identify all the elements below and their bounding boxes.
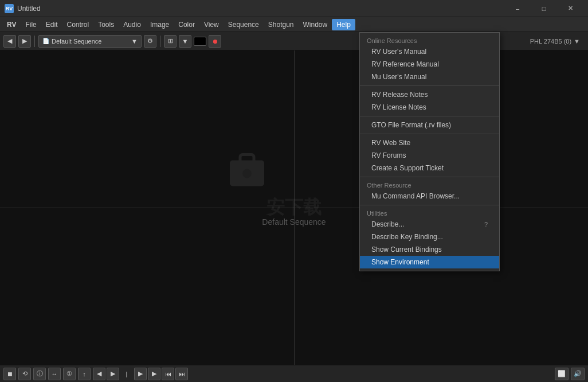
skip-forward-button[interactable]: ⏭ <box>175 368 188 380</box>
section-online-resources: Online Resources <box>360 35 499 45</box>
menu-window[interactable]: Window <box>299 19 332 30</box>
describe-shortcut: ? <box>484 221 488 228</box>
menu-shotgun[interactable]: Shotgun <box>264 19 299 30</box>
menu-image[interactable]: Image <box>146 19 174 30</box>
divider-4 <box>360 177 499 177</box>
step-back-button[interactable]: ◀ <box>93 368 105 380</box>
step-forward-button[interactable]: ▶ <box>148 368 160 380</box>
menu-mu-command-api-browser[interactable]: Mu Command API Browser... <box>360 190 499 202</box>
menu-control[interactable]: Control <box>62 19 93 30</box>
app-icon: RV <box>5 4 14 13</box>
main-area: Default Sequence 安下载 <box>0 50 588 365</box>
menu-create-support-ticket[interactable]: Create a Support Ticket <box>360 162 499 174</box>
forward-button[interactable]: ▶ <box>18 35 31 48</box>
menu-gto-file-format[interactable]: GTO File Format (.rv files) <box>360 119 499 131</box>
menu-describe[interactable]: Describe... ? <box>360 218 499 231</box>
close-button[interactable]: ✕ <box>557 0 583 17</box>
menu-rv-reference-manual[interactable]: RV Reference Manual <box>360 58 499 71</box>
svg-point-2 <box>242 169 252 178</box>
divider-3 <box>360 134 499 134</box>
viewport: Default Sequence 安下载 <box>0 50 588 365</box>
title-bar: RV Untitled – □ ✕ <box>0 0 588 17</box>
record-button[interactable]: ⏺ <box>209 35 221 48</box>
menu-mu-users-manual[interactable]: Mu User's Manual <box>360 71 499 83</box>
menu-rv-users-manual[interactable]: RV User's Manual <box>360 45 499 58</box>
app-icon-label: RV <box>6 6 13 11</box>
menu-sequence[interactable]: Sequence <box>224 19 264 30</box>
settings-button[interactable]: ⚙ <box>144 35 156 48</box>
view-mode-button[interactable]: ⊞ <box>164 35 177 48</box>
section-other-resource: Other Resource <box>360 180 499 190</box>
sequence-dropdown[interactable]: 📄 Default Sequence ▼ <box>38 35 142 48</box>
toolbar-sep-2 <box>160 36 160 47</box>
play-back-button[interactable]: ▶ <box>107 368 119 380</box>
menu-show-environment[interactable]: Show Environment <box>360 256 499 268</box>
menu-view[interactable]: View <box>199 19 224 30</box>
view-mode-btn2[interactable]: ▼ <box>179 35 191 48</box>
menu-file[interactable]: File <box>21 19 41 30</box>
section-utilities: Utilities <box>360 208 499 218</box>
phl-label: PHL 274B5 (0) <box>530 38 571 45</box>
phl-indicator: PHL 274B5 (0) ▼ <box>526 38 585 45</box>
toolbar-sep-1 <box>34 36 35 47</box>
menu-color[interactable]: Color <box>174 19 199 30</box>
status-btn-6[interactable]: ↑ <box>78 368 91 380</box>
menu-rv-web-site[interactable]: RV Web Site <box>360 137 499 149</box>
sequence-label: Default Sequence <box>52 38 101 45</box>
menu-show-current-bindings[interactable]: Show Current Bindings <box>360 243 499 256</box>
playback-controls: ◀ ▶ | ▶ ▶ ⏮ ⏭ <box>93 368 188 380</box>
status-btn-3[interactable]: ⓘ <box>33 368 46 380</box>
window-controls: – □ ✕ <box>504 0 583 17</box>
maximize-button[interactable]: □ <box>531 0 557 17</box>
status-btn-4[interactable]: ↔ <box>48 368 61 380</box>
menu-edit[interactable]: Edit <box>41 19 62 30</box>
window-title: Untitled <box>17 5 504 13</box>
menu-tools[interactable]: Tools <box>93 19 119 30</box>
menu-describe-key-binding[interactable]: Describe Key Binding... <box>360 231 499 243</box>
chevron-down-icon[interactable]: ▼ <box>574 38 580 45</box>
menu-rv-release-notes[interactable]: RV Release Notes <box>360 88 499 101</box>
audio-button[interactable]: 🔊 <box>571 368 585 380</box>
menu-rv-license-notes[interactable]: RV License Notes <box>360 101 499 114</box>
crosshair-vertical <box>294 50 295 365</box>
svg-rect-1 <box>240 155 254 163</box>
status-btn-2[interactable]: ⟲ <box>18 368 31 380</box>
divider-2 <box>360 116 499 116</box>
export-button[interactable]: ⬜ <box>555 368 569 380</box>
rv-brand: RV <box>2 19 21 30</box>
play-forward-button[interactable]: ▶ <box>134 368 147 380</box>
menu-help[interactable]: Help <box>332 19 355 30</box>
default-seq-label: Default Sequence <box>262 217 326 227</box>
color-button[interactable] <box>194 37 206 46</box>
menu-audio[interactable]: Audio <box>119 19 146 30</box>
status-bar: ⏹ ⟲ ⓘ ↔ ① ↑ ◀ ▶ | ▶ ▶ ⏮ ⏭ ⬜ 🔊 <box>0 365 588 382</box>
divider-1 <box>360 85 499 86</box>
menu-rv-forums[interactable]: RV Forums <box>360 149 499 162</box>
status-btn-1[interactable]: ⏹ <box>3 368 16 380</box>
help-menu: Online Resources RV User's Manual RV Ref… <box>359 32 500 271</box>
toolbar: ◀ ▶ 📄 Default Sequence ▼ ⚙ ⊞ ▼ ⏺ PHL 274… <box>0 32 588 50</box>
minimize-button[interactable]: – <box>504 0 531 17</box>
watermark-icon <box>224 146 270 194</box>
divider-5 <box>360 205 499 205</box>
menu-bar: RV File Edit Control Tools Audio Image C… <box>0 17 588 32</box>
skip-back-button[interactable]: ⏮ <box>162 368 174 380</box>
separator-btn: | <box>120 368 133 380</box>
back-button[interactable]: ◀ <box>3 35 16 48</box>
status-btn-5[interactable]: ① <box>63 368 76 380</box>
